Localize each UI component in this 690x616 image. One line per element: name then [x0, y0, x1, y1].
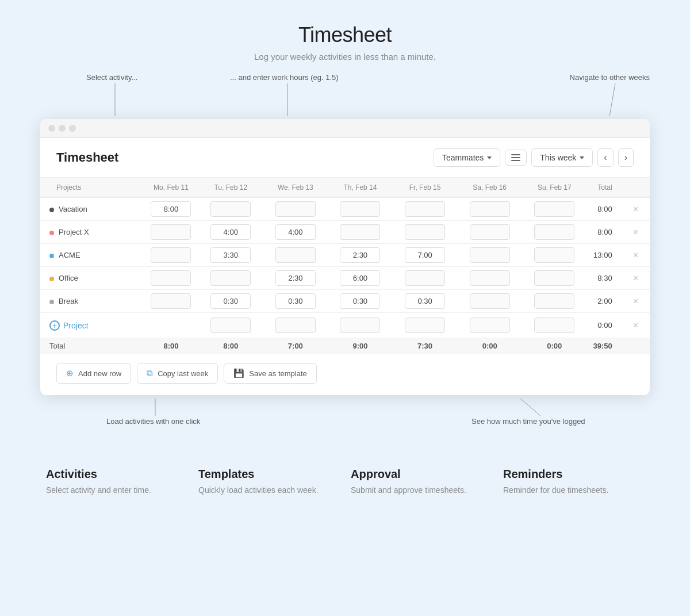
time-input-thu[interactable] [340, 201, 380, 217]
add-project-cell: + Project [40, 313, 198, 338]
page-subtitle: Log your weekly activities in less than … [0, 52, 690, 62]
col-header-sat: Sa, Feb 16 [457, 178, 522, 198]
table-row: Break2:00× [40, 290, 650, 313]
time-input-thu[interactable] [340, 293, 380, 309]
remove-row-button[interactable]: × [631, 296, 641, 307]
time-input-wed[interactable] [275, 293, 316, 309]
time-input-fri[interactable] [405, 201, 445, 217]
time-input-sat[interactable] [470, 293, 510, 309]
time-cell-tue [198, 221, 263, 244]
add-project-button[interactable]: + Project [49, 320, 89, 331]
time-input-mon[interactable] [151, 201, 191, 217]
time-input-sun[interactable] [534, 201, 574, 217]
time-input-fri[interactable] [405, 224, 445, 240]
time-input-mon[interactable] [151, 293, 191, 309]
this-week-chevron-icon [580, 156, 584, 159]
remove-row-button[interactable]: × [631, 204, 641, 215]
time-input-wed[interactable] [275, 224, 316, 240]
project-dot [49, 277, 54, 281]
time-input-thu[interactable] [340, 270, 380, 286]
time-input-mon[interactable] [151, 224, 191, 240]
annotation-lines [40, 73, 650, 119]
remove-row-button[interactable]: × [631, 227, 641, 238]
teammates-button[interactable]: Teammates [434, 148, 500, 167]
add-row-time-input[interactable] [210, 317, 251, 333]
time-input-tue[interactable] [210, 293, 251, 309]
this-week-button[interactable]: This week [531, 148, 593, 167]
this-week-label: This week [540, 153, 576, 162]
feature-reminders-desc: Reminder for due timesheets. [503, 485, 644, 495]
add-row-icon: ⊕ [66, 368, 74, 378]
row-total: 8:00 [587, 198, 622, 221]
col-header-tue: Tu, Feb 12 [198, 178, 263, 198]
remove-cell: × [622, 198, 650, 221]
col-header-action [622, 178, 650, 198]
add-row-time-input[interactable] [405, 317, 445, 333]
time-input-fri[interactable] [405, 293, 445, 309]
time-input-fri[interactable] [405, 270, 445, 286]
time-input-wed[interactable] [275, 247, 316, 263]
add-row-time-input[interactable] [275, 317, 316, 333]
time-input-sat[interactable] [470, 247, 510, 263]
time-input-tue[interactable] [210, 247, 251, 263]
list-view-button[interactable] [505, 150, 527, 166]
copy-last-week-button[interactable]: ⧉ Copy last week [137, 363, 218, 384]
time-input-mon[interactable] [151, 247, 191, 263]
time-input-tue[interactable] [210, 224, 251, 240]
time-cell-fri [393, 267, 458, 290]
add-row-remove-button[interactable]: × [631, 320, 641, 331]
footer-actions: ⊕ Add new row ⧉ Copy last week 💾 Save as… [40, 354, 650, 395]
annotation-time-logged: See how much time you've logged [471, 417, 585, 426]
time-input-sun[interactable] [534, 270, 574, 286]
time-input-tue[interactable] [210, 270, 251, 286]
time-input-sat[interactable] [470, 201, 510, 217]
time-input-wed[interactable] [275, 270, 316, 286]
time-cell-tue [198, 267, 263, 290]
time-cell-sun [522, 221, 587, 244]
time-input-sun[interactable] [534, 247, 574, 263]
time-input-wed[interactable] [275, 201, 316, 217]
time-input-fri[interactable] [405, 247, 445, 263]
project-dot [49, 208, 54, 212]
col-header-projects: Projects [40, 178, 144, 198]
remove-row-button[interactable]: × [631, 250, 641, 261]
time-input-tue[interactable] [210, 201, 251, 217]
total-wed: 7:00 [263, 338, 328, 354]
app-header: Timesheet Teammates This week ‹ › [40, 138, 650, 178]
time-input-thu[interactable] [340, 247, 380, 263]
time-input-sat[interactable] [470, 270, 510, 286]
svg-line-2 [610, 83, 615, 116]
time-cell-mon [144, 267, 198, 290]
time-cell-fri [393, 221, 458, 244]
add-new-row-button[interactable]: ⊕ Add new row [56, 363, 131, 384]
col-header-wed: We, Feb 13 [263, 178, 328, 198]
total-grand: 39:50 [587, 338, 622, 354]
feature-activities-title: Activities [46, 468, 187, 481]
prev-week-button[interactable]: ‹ [597, 148, 613, 167]
add-row-label: Add new row [78, 369, 121, 378]
feature-approval-title: Approval [351, 468, 492, 481]
time-input-mon[interactable] [151, 270, 191, 286]
remove-row-button[interactable]: × [631, 273, 641, 284]
feature-approval-desc: Submit and approve timesheets. [351, 485, 492, 495]
table-row: ACME13:00× [40, 244, 650, 267]
time-input-sun[interactable] [534, 224, 574, 240]
add-row-time-input[interactable] [534, 317, 574, 333]
add-row-remove: × [622, 313, 650, 338]
time-input-sun[interactable] [534, 293, 574, 309]
add-row-time-input[interactable] [340, 317, 380, 333]
save-template-button[interactable]: 💾 Save as template [224, 363, 316, 384]
time-input-thu[interactable] [340, 224, 380, 240]
add-row-time-input[interactable] [470, 317, 510, 333]
table-header-row: Projects Mo, Feb 11 Tu, Feb 12 We, Feb 1… [40, 178, 650, 198]
time-cell-thu [328, 244, 393, 267]
remove-cell: × [622, 290, 650, 313]
remove-cell: × [622, 221, 650, 244]
time-cell-wed [263, 244, 328, 267]
add-row-empty-cell [522, 313, 587, 338]
copy-label: Copy last week [158, 369, 208, 378]
time-input-sat[interactable] [470, 224, 510, 240]
time-cell-thu [328, 267, 393, 290]
next-week-button[interactable]: › [618, 148, 634, 167]
save-icon: 💾 [233, 368, 244, 378]
